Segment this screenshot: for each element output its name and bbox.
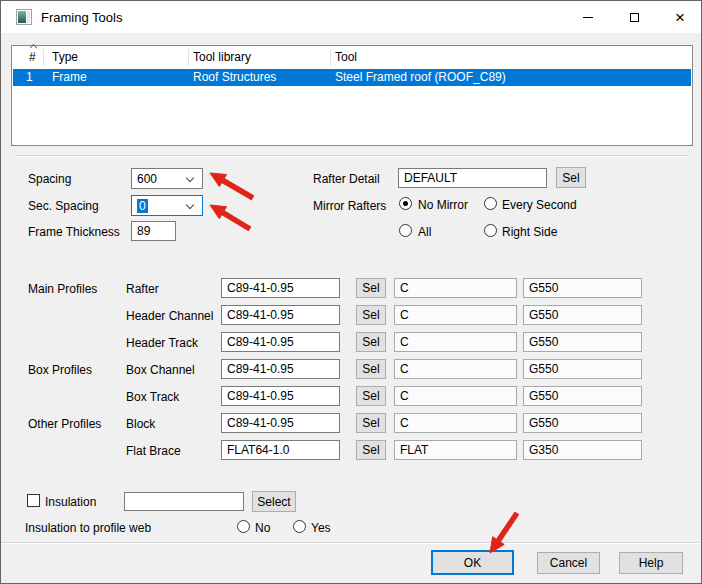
profile-row-flat-brace: Flat Brace FLAT64-1.0 Sel FLAT G350: [1, 440, 702, 460]
radio-web-yes[interactable]: [293, 520, 306, 533]
maximize-button[interactable]: [611, 1, 657, 33]
ok-button[interactable]: OK: [431, 550, 514, 575]
profile-grade-field: G550: [523, 278, 642, 298]
profile-value: C89-41-0.95: [227, 362, 294, 376]
rafter-detail-value: DEFAULT: [404, 171, 457, 185]
radio-all[interactable]: [399, 224, 412, 237]
profile-row-box-track: Box Track C89-41-0.95 Sel C G550: [1, 386, 702, 406]
radio-no-mirror-label: No Mirror: [418, 197, 468, 213]
profile-type-field: C: [394, 332, 517, 352]
minimize-button[interactable]: [565, 1, 611, 33]
profile-label: Block: [126, 416, 155, 432]
column-header-tool[interactable]: Tool: [335, 49, 357, 65]
profile-label: Box Channel: [126, 362, 195, 378]
table-row-selected[interactable]: 1 Frame Roof Structures Steel Framed roo…: [13, 69, 691, 86]
profile-value: C89-41-0.95: [227, 416, 294, 430]
profile-value-field[interactable]: C89-41-0.95: [221, 305, 340, 325]
profile-value-field[interactable]: C89-41-0.95: [221, 386, 340, 406]
radio-web-yes-label: Yes: [311, 520, 331, 536]
close-icon: ×: [675, 9, 685, 26]
column-header-library[interactable]: Tool library: [193, 49, 251, 65]
frame-thickness-field[interactable]: 89: [131, 221, 176, 241]
column-separator: [43, 49, 44, 66]
profile-sel-button[interactable]: Sel: [356, 440, 386, 460]
profile-sel-button[interactable]: Sel: [356, 413, 386, 433]
profile-value-field[interactable]: C89-41-0.95: [221, 413, 340, 433]
profile-label: Rafter: [126, 281, 159, 297]
radio-right-side[interactable]: [484, 224, 497, 237]
profile-type-field: C: [394, 305, 517, 325]
profile-grade: G550: [529, 308, 558, 322]
insulation-field[interactable]: [124, 492, 244, 511]
rafter-detail-label: Rafter Detail: [313, 171, 380, 187]
profile-sel-button[interactable]: Sel: [356, 278, 386, 298]
profile-sel-button[interactable]: Sel: [356, 386, 386, 406]
radio-right-side-label: Right Side: [502, 224, 557, 240]
insulation-select-button[interactable]: Select: [252, 491, 296, 512]
app-icon: [16, 9, 32, 25]
profile-type-field: C: [394, 278, 517, 298]
app-icon-pane: [18, 11, 26, 23]
arrow-spacing: [210, 173, 253, 198]
separator-line: [15, 155, 689, 157]
profile-value: C89-41-0.95: [227, 335, 294, 349]
framing-tools-dialog: Framing Tools × # Type Tool library Tool…: [0, 0, 702, 584]
rafter-detail-sel-button[interactable]: Sel: [556, 167, 586, 188]
radio-every-second[interactable]: [484, 197, 497, 210]
sec-spacing-value: 0: [137, 199, 148, 213]
separator-line: [1, 542, 702, 544]
profile-type: C: [400, 281, 409, 295]
profile-value-field[interactable]: C89-41-0.95: [221, 278, 340, 298]
spacing-value: 600: [137, 172, 157, 186]
profile-value-field[interactable]: C89-41-0.95: [221, 359, 340, 379]
tool-list: # Type Tool library Tool 1 Frame Roof St…: [11, 45, 693, 146]
profile-row-header-track: Header Track C89-41-0.95 Sel C G550: [1, 332, 702, 352]
profile-type: C: [400, 362, 409, 376]
profile-value-field[interactable]: C89-41-0.95: [221, 332, 340, 352]
radio-all-label: All: [418, 224, 431, 240]
arrow-sec-spacing: [210, 205, 250, 229]
profile-value-field[interactable]: FLAT64-1.0: [221, 440, 340, 460]
profile-type: C: [400, 308, 409, 322]
row-num: 1: [26, 70, 33, 85]
radio-no-mirror[interactable]: [399, 197, 412, 210]
column-header-num[interactable]: #: [29, 49, 36, 65]
frame-thickness-value: 89: [137, 224, 150, 238]
title-bar: Framing Tools ×: [1, 1, 701, 33]
profile-label: Header Track: [126, 335, 198, 351]
radio-web-no-label: No: [255, 520, 270, 536]
profile-type: C: [400, 335, 409, 349]
profile-type-field: C: [394, 359, 517, 379]
cancel-button[interactable]: Cancel: [537, 552, 600, 574]
column-header-type[interactable]: Type: [52, 49, 78, 65]
profile-sel-button[interactable]: Sel: [356, 332, 386, 352]
profile-grade: G550: [529, 281, 558, 295]
profile-sel-button[interactable]: Sel: [356, 359, 386, 379]
maximize-icon: [630, 13, 639, 22]
profile-value: C89-41-0.95: [227, 281, 294, 295]
help-button[interactable]: Help: [619, 552, 683, 574]
sec-spacing-label: Sec. Spacing: [28, 198, 99, 214]
row-tool: Steel Framed roof (ROOF_C89): [335, 70, 506, 85]
spacing-dropdown[interactable]: 600: [131, 168, 203, 189]
profile-grade-field: G550: [523, 413, 642, 433]
profile-row-box-channel: Box Channel C89-41-0.95 Sel C G550: [1, 359, 702, 379]
rafter-detail-field[interactable]: DEFAULT: [398, 168, 547, 188]
profile-type-field: C: [394, 386, 517, 406]
minimize-icon: [583, 17, 593, 18]
profile-row-rafter: Rafter C89-41-0.95 Sel C G550: [1, 278, 702, 298]
sec-spacing-dropdown[interactable]: 0: [131, 195, 203, 216]
radio-web-no[interactable]: [237, 520, 250, 533]
insulation-checkbox[interactable]: [27, 494, 40, 507]
close-button[interactable]: ×: [657, 1, 702, 33]
profile-grade: G350: [529, 443, 558, 457]
profile-grade: G550: [529, 416, 558, 430]
profile-sel-button[interactable]: Sel: [356, 305, 386, 325]
profile-label: Box Track: [126, 389, 179, 405]
profile-type: C: [400, 416, 409, 430]
profile-grade: G550: [529, 362, 558, 376]
chevron-down-icon: [186, 174, 194, 182]
profile-grade-field: G550: [523, 332, 642, 352]
app-icon-pane: [27, 11, 30, 23]
arrow-ok: [490, 513, 517, 553]
